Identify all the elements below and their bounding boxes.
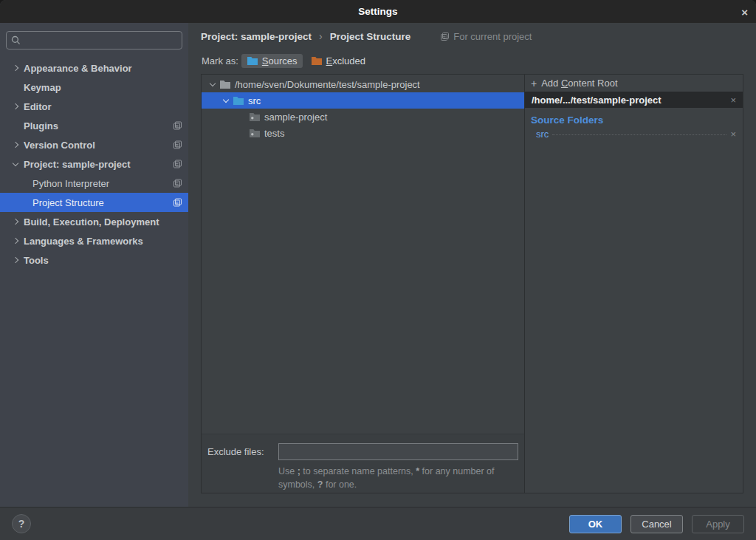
mark-as-sources-button[interactable]: Sources <box>241 54 303 68</box>
ok-button[interactable]: OK <box>569 515 622 533</box>
tree-row-label: sample-project <box>264 112 327 123</box>
sidebar-item-version-control[interactable]: Version Control <box>0 135 188 154</box>
source-folders-heading: Source Folders <box>525 108 743 128</box>
chevron-down-icon[interactable] <box>7 163 24 165</box>
excluded-folder-icon <box>311 55 323 66</box>
directory-panel: /home/sven/Dokumente/test/sample-project… <box>202 75 525 493</box>
close-icon[interactable]: × <box>741 6 748 17</box>
tree-row-label: tests <box>264 128 284 139</box>
source-folder-icon <box>233 95 244 106</box>
sidebar-item-label: Languages & Frameworks <box>24 236 143 247</box>
mark-as-label: Mark as: <box>202 55 238 66</box>
dotted-leader <box>552 134 726 135</box>
sidebar-item-label: Appearance & Behavior <box>24 63 132 74</box>
content-root-path: /home/.../test/sample-project <box>532 95 662 106</box>
sidebar-item-editor[interactable]: Editor <box>0 97 188 116</box>
search-icon <box>11 35 21 45</box>
sidebar-item-languages-frameworks[interactable]: Languages & Frameworks <box>0 231 188 250</box>
exclude-files-label: Exclude files: <box>207 446 278 457</box>
remove-source-folder-icon[interactable]: × <box>730 129 736 140</box>
chevron-right-icon[interactable] <box>7 143 24 147</box>
per-project-settings-icon <box>173 140 182 150</box>
per-project-settings-icon <box>173 198 182 208</box>
sidebar-item-project-structure[interactable]: Project Structure <box>0 193 188 212</box>
chevron-right-icon[interactable] <box>7 219 24 224</box>
breadcrumb-separator: › <box>319 30 323 42</box>
sidebar-item-label: Keymap <box>24 82 61 93</box>
sidebar-item-build-execution-deployment[interactable]: Build, Execution, Deployment <box>0 212 188 231</box>
chevron-right-icon[interactable] <box>7 104 24 109</box>
apply-button[interactable]: Apply <box>692 515 744 533</box>
mark-as-excluded-label: Excluded <box>326 55 365 66</box>
folder-icon <box>219 79 231 89</box>
sidebar-item-label: Project Structure <box>32 197 104 208</box>
sidebar-item-label: Tools <box>24 255 49 266</box>
tree-row-content-root[interactable]: /home/sven/Dokumente/test/sample-project <box>202 76 524 92</box>
source-folder-icon <box>247 55 258 66</box>
add-content-root-label: Add Content Root <box>541 78 617 89</box>
chevron-down-icon[interactable] <box>219 100 233 102</box>
folder-icon <box>249 128 261 138</box>
tree-row-label: src <box>248 95 261 106</box>
exclude-files-help: Use ; to separate name patterns, * for a… <box>278 465 529 491</box>
help-button[interactable]: ? <box>12 514 31 533</box>
breadcrumb: Project: sample-project › Project Struct… <box>188 23 756 49</box>
chevron-right-icon[interactable] <box>7 66 24 70</box>
remove-content-root-icon[interactable]: × <box>730 95 736 106</box>
exclude-files-input[interactable] <box>278 443 518 460</box>
source-folder-name: src <box>536 129 549 140</box>
per-project-settings-icon <box>173 121 182 131</box>
sidebar-item-python-interpreter[interactable]: Python Interpreter <box>0 174 188 193</box>
titlebar: Settings × <box>0 0 756 23</box>
per-project-settings-icon <box>173 160 182 169</box>
exclude-files-section: Exclude files: Use ; to separate name pa… <box>202 434 524 493</box>
sidebar-item-plugins[interactable]: Plugins <box>0 116 188 135</box>
per-project-settings-icon <box>173 179 182 188</box>
for-current-project-badge: For current project <box>440 31 532 42</box>
settings-content: Project: sample-project › Project Struct… <box>188 23 756 507</box>
mark-as-sources-label: Sources <box>262 55 298 66</box>
dialog-title: Settings <box>358 6 397 17</box>
settings-dialog: Settings × Appearance & Behavior Keymap <box>0 0 756 540</box>
cancel-button[interactable]: Cancel <box>630 515 683 533</box>
sidebar-item-tools[interactable]: Tools <box>0 250 188 270</box>
sidebar-item-label: Python Interpreter <box>32 178 109 189</box>
for-current-project-label: For current project <box>453 31 532 42</box>
search-input[interactable] <box>6 31 182 49</box>
chevron-down-icon[interactable] <box>206 83 219 86</box>
sidebar-item-appearance-behavior[interactable]: Appearance & Behavior <box>0 58 188 78</box>
sidebar-item-label: Editor <box>24 101 52 112</box>
tree-row-src[interactable]: src <box>202 92 524 109</box>
content-root-panel: + Add Content Root /home/.../test/sample… <box>525 75 743 493</box>
tree-row-label: /home/sven/Dokumente/test/sample-project <box>235 79 420 90</box>
mark-as-toolbar: Mark as: Sources Excluded <box>188 49 756 72</box>
sidebar-item-project-sample-project[interactable]: Project: sample-project <box>0 154 188 174</box>
mark-as-excluded-button[interactable]: Excluded <box>306 54 371 68</box>
source-folder-entry-src[interactable]: src × <box>525 128 743 140</box>
per-project-settings-icon <box>440 32 450 41</box>
breadcrumb-page: Project Structure <box>330 31 411 42</box>
dialog-footer: ? OK Cancel Apply <box>0 507 756 540</box>
content-root-row[interactable]: /home/.../test/sample-project × <box>525 92 743 108</box>
add-content-root-button[interactable]: + Add Content Root <box>525 75 743 92</box>
tree-row-sample-project[interactable]: sample-project <box>202 109 524 125</box>
sidebar-item-keymap[interactable]: Keymap <box>0 78 188 97</box>
directory-tree: /home/sven/Dokumente/test/sample-project… <box>202 75 524 434</box>
chevron-right-icon[interactable] <box>7 239 24 243</box>
breadcrumb-project[interactable]: Project: sample-project <box>201 31 312 42</box>
tree-row-tests[interactable]: tests <box>202 125 524 141</box>
project-structure-panels: /home/sven/Dokumente/test/sample-project… <box>201 74 743 493</box>
sidebar-item-label: Build, Execution, Deployment <box>24 216 159 228</box>
plus-icon: + <box>531 78 537 89</box>
sidebar-list: Appearance & Behavior Keymap Editor Plug… <box>0 58 188 270</box>
sidebar-item-label: Plugins <box>24 120 58 131</box>
chevron-right-icon[interactable] <box>7 258 24 262</box>
settings-sidebar: Appearance & Behavior Keymap Editor Plug… <box>0 23 188 507</box>
sidebar-item-label: Version Control <box>24 140 95 151</box>
sidebar-item-label: Project: sample-project <box>24 159 131 170</box>
folder-icon <box>249 112 261 122</box>
